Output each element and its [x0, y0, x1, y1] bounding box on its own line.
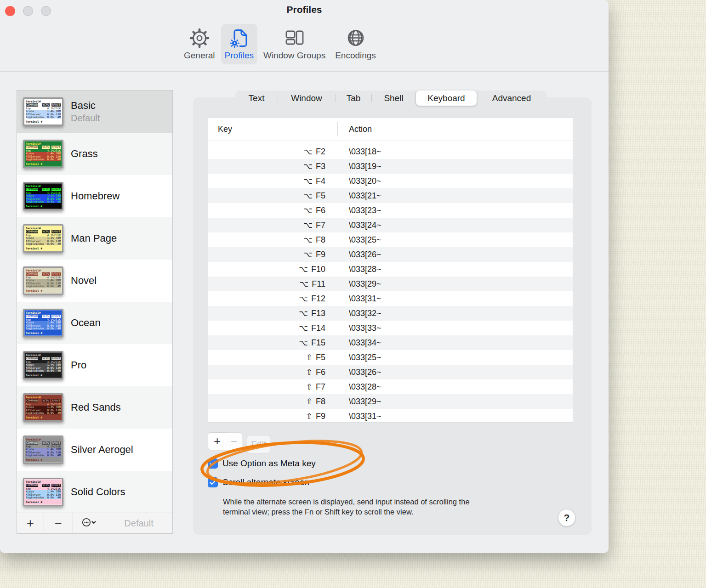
tab-tab[interactable]: Tab — [336, 90, 371, 106]
key-binding-row[interactable]: ⇧ F8 \033[29~ — [208, 394, 573, 409]
profile-thumbnail: Terminal# COMMAND%CPURPRVT top4.1%231KXc… — [23, 140, 63, 168]
scroll-alternate-screen-checkbox-row[interactable]: Scroll alternate screen — [208, 477, 309, 487]
function-key-label: F9 — [316, 412, 325, 421]
set-default-profile-button[interactable]: Default — [105, 513, 172, 533]
tab-shell[interactable]: Shell — [371, 90, 416, 106]
tab-window[interactable]: Window — [278, 90, 336, 106]
key-binding-row[interactable]: ⇧ F7 \033[28~ — [208, 379, 573, 394]
key-binding-row[interactable]: ⌥ F11 \033[29~ — [208, 277, 573, 291]
use-option-as-meta-key-label: Use Option as Meta key — [222, 458, 316, 469]
toolbar-item-window-groups[interactable]: Window Groups — [260, 24, 329, 64]
profile-row-red-sands[interactable]: Terminal# COMMAND%CPURPRVT top4.1%231KXc… — [17, 386, 172, 429]
function-key-label: F2 — [316, 147, 325, 157]
action-cell: \033[26~ — [337, 368, 381, 377]
preferences-toolbar: General — [180, 24, 380, 64]
edit-key-binding-button[interactable]: Edit — [247, 435, 270, 453]
action-cell: \033[21~ — [337, 191, 381, 201]
function-key-label: F8 — [316, 397, 325, 407]
modifier-key-icon: ⌥ — [299, 323, 308, 333]
action-cell: \033[25~ — [337, 235, 381, 245]
profile-thumbnail: Terminal# COMMAND%CPURPRVT top4.1%231KXc… — [23, 393, 63, 422]
profile-actions-menu-button[interactable] — [73, 513, 105, 533]
tab-text[interactable]: Text — [235, 90, 278, 106]
tab-keyboard[interactable]: Keyboard — [416, 90, 477, 106]
key-binding-row[interactable]: ⌥ F13 \033[32~ — [208, 306, 573, 321]
action-cell: \033[31~ — [337, 294, 381, 304]
action-cell: \033[25~ — [337, 353, 381, 362]
key-binding-row[interactable]: ⌥ F9 \033[26~ — [208, 247, 573, 262]
tab-advanced[interactable]: Advanced — [477, 90, 547, 106]
table-body: ⌥ F2 \033[18~ ⌥ F3 \033[19~ ⌥ F4 \033[20… — [208, 144, 573, 424]
function-key-label: F13 — [311, 309, 325, 318]
checkbox-checked-icon[interactable] — [208, 458, 218, 469]
key-binding-row[interactable]: ⇧ F5 \033[25~ — [208, 350, 573, 365]
checkbox-checked-icon[interactable] — [208, 477, 218, 487]
profile-name: Grass — [71, 148, 98, 160]
desktop: Profiles General — [0, 0, 706, 588]
toolbar-item-encodings[interactable]: Encodings — [331, 24, 380, 64]
modifier-key-icon: ⌥ — [303, 206, 313, 215]
function-key-label: F9 — [316, 250, 325, 260]
action-cell: \033[20~ — [337, 176, 381, 186]
key-cell: ⇧ F9 — [208, 412, 337, 421]
key-cell: ⌥ F5 — [208, 191, 337, 201]
profile-row-man-page[interactable]: Terminal# COMMAND%CPURPRVT top4.1%231KXc… — [17, 217, 172, 260]
key-binding-row[interactable]: ⌥ F8 \033[25~ — [208, 232, 573, 247]
profile-name: Solid Colors — [71, 486, 125, 498]
key-binding-row[interactable]: ⌥ F14 \033[33~ — [208, 321, 573, 335]
key-cell: ⌥ F15 — [208, 338, 337, 348]
use-option-as-meta-key-checkbox-row[interactable]: Use Option as Meta key — [208, 458, 316, 469]
profile-name: Novel — [71, 275, 97, 287]
key-binding-row[interactable]: ⇧ F9 \033[31~ — [208, 409, 573, 424]
modifier-key-icon: ⌥ — [303, 147, 313, 156]
key-binding-row[interactable]: ⌥ F12 \033[31~ — [208, 291, 573, 306]
remove-profile-button[interactable]: − — [44, 513, 73, 533]
key-cell: ⌥ F12 — [208, 294, 337, 304]
profile-row-solid-colors[interactable]: Terminal# COMMAND%CPURPRVT top4.1%231KXc… — [17, 471, 172, 513]
help-button[interactable]: ? — [558, 509, 575, 526]
key-binding-row[interactable]: ⌥ F15 \033[34~ — [208, 335, 573, 350]
profile-thumbnail: Terminal# COMMAND%CPURPRVT top4.1%231KXc… — [23, 435, 63, 464]
key-binding-row[interactable]: ⌥ F10 \033[28~ — [208, 262, 573, 277]
key-cell: ⌥ F9 — [208, 250, 337, 260]
profile-row-basic[interactable]: Terminal# COMMAND%CPURPRVT top4.1%231KXc… — [17, 90, 172, 133]
column-divider[interactable] — [337, 122, 338, 136]
table-scroll-spacer — [208, 141, 573, 144]
scroll-alternate-screen-label: Scroll alternate screen — [222, 477, 309, 487]
function-key-label: F5 — [316, 353, 325, 362]
key-binding-row[interactable]: ⌥ F3 \033[19~ — [208, 159, 573, 174]
action-cell: \033[34~ — [337, 338, 381, 348]
add-key-binding-button[interactable]: + — [208, 432, 227, 450]
terminal-preferences-window: Profiles General — [0, 0, 609, 553]
modifier-key-icon: ⇧ — [306, 412, 313, 421]
modifier-key-icon: ⌥ — [303, 162, 313, 171]
key-binding-row[interactable]: ⇧ F6 \033[26~ — [208, 365, 573, 379]
add-profile-button[interactable]: + — [17, 513, 44, 533]
key-cell: ⇧ F7 — [208, 382, 337, 392]
profile-name: Red Sands — [71, 401, 121, 413]
key-cell: ⌥ F2 — [208, 147, 337, 157]
action-cell: \033[18~ — [337, 147, 381, 157]
key-binding-row[interactable]: ⌥ F5 \033[21~ — [208, 188, 573, 203]
action-cell: \033[24~ — [337, 220, 381, 230]
profile-thumbnail: Terminal# COMMAND%CPURPRVT top4.1%231KXc… — [23, 309, 63, 337]
toolbar-item-general[interactable]: General — [180, 24, 219, 64]
column-header-action[interactable]: Action — [349, 124, 372, 134]
remove-key-binding-button[interactable]: − — [226, 432, 242, 450]
key-cell: ⌥ F4 — [208, 176, 337, 186]
profile-row-ocean[interactable]: Terminal# COMMAND%CPURPRVT top4.1%231KXc… — [17, 302, 172, 344]
key-binding-row[interactable]: ⌥ F7 \033[24~ — [208, 218, 573, 232]
column-header-key[interactable]: Key — [218, 124, 232, 134]
modifier-key-icon: ⌥ — [303, 235, 313, 244]
key-binding-row[interactable]: ⌥ F2 \033[18~ — [208, 144, 573, 159]
profile-row-novel[interactable]: Terminal# COMMAND%CPURPRVT top4.1%231KXc… — [17, 260, 172, 302]
key-binding-row[interactable]: ⌥ F4 \033[20~ — [208, 174, 573, 188]
profile-row-pro[interactable]: Terminal# COMMAND%CPURPRVT top4.1%231KXc… — [17, 344, 172, 386]
action-cell: \033[28~ — [337, 265, 381, 274]
profile-row-silver-aerogel[interactable]: Terminal# COMMAND%CPURPRVT top4.1%231KXc… — [17, 429, 172, 471]
toolbar-item-profiles[interactable]: Profiles — [221, 24, 257, 64]
function-key-label: F7 — [316, 382, 325, 392]
profile-row-grass[interactable]: Terminal# COMMAND%CPURPRVT top4.1%231KXc… — [17, 133, 172, 175]
key-binding-row[interactable]: ⌥ F6 \033[23~ — [208, 203, 573, 218]
profile-row-homebrew[interactable]: Terminal# COMMAND%CPURPRVT top4.1%231KXc… — [17, 175, 172, 217]
